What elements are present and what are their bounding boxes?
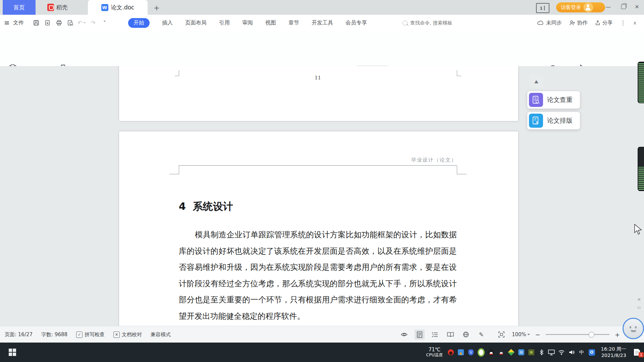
minimize-button[interactable]: — bbox=[602, 0, 614, 13]
eject-icon: ▲ bbox=[534, 79, 538, 84]
zoom-slider-knob[interactable] bbox=[589, 332, 594, 338]
tray-green-ring-icon[interactable] bbox=[478, 349, 485, 356]
share-icon bbox=[595, 20, 600, 25]
window-list-button[interactable]: 1 bbox=[536, 3, 549, 13]
menu-member[interactable]: 会员专享 bbox=[345, 19, 367, 26]
tab-document[interactable]: W 论文.doc bbox=[88, 0, 148, 15]
page-current[interactable]: 毕业设计（论文） 4 系统设计 模具制造企业订单跟踪管理系统的设计方案比如功能框… bbox=[119, 131, 518, 326]
save-icon[interactable] bbox=[33, 19, 40, 26]
page-view-button[interactable] bbox=[415, 329, 425, 340]
header-rule bbox=[179, 165, 457, 166]
export-icon[interactable] bbox=[44, 19, 51, 26]
status-bar: 页面: 16/27 字数: 9688 ✓拼写检查 ✕文档校对 兼容模式 ✎ 10… bbox=[0, 326, 644, 343]
zoom-in-button[interactable]: + bbox=[615, 331, 620, 338]
cpu-temp-label: CPU温度 bbox=[426, 352, 443, 358]
tab-docer-label: 稻壳 bbox=[56, 4, 68, 11]
paragraph-line: 部分也是至关重要的一个环节，只有根据用户需求进行细致全面的考虑，才有希 bbox=[179, 292, 457, 308]
share-button[interactable]: 分享 bbox=[595, 19, 613, 26]
menu-insert[interactable]: 插入 bbox=[162, 19, 173, 26]
cpu-temp-value: 71℃ bbox=[428, 347, 440, 352]
tim-icon[interactable] bbox=[498, 349, 505, 356]
redo-button[interactable]: ↷ bbox=[90, 19, 97, 26]
tray-shield-icon[interactable]: V bbox=[468, 349, 475, 356]
undo-icon: ↶ bbox=[77, 19, 82, 26]
qat-more-button[interactable]: ˅ bbox=[101, 19, 108, 26]
print-preview-icon[interactable] bbox=[67, 19, 74, 26]
menu-view[interactable]: 视图 bbox=[265, 19, 276, 26]
edge-page-button[interactable]: ▭ bbox=[636, 304, 642, 310]
paper-layout-button[interactable]: A 论文排版 bbox=[527, 112, 580, 129]
notification-badge: 1 bbox=[639, 352, 644, 357]
zoom-slider[interactable] bbox=[546, 334, 609, 335]
sync-status[interactable]: 未同步 bbox=[537, 19, 562, 26]
panel-collapse-button[interactable]: ▲ bbox=[529, 75, 543, 88]
menu-review[interactable]: 审阅 bbox=[242, 19, 253, 26]
page-previous[interactable]: 11 bbox=[119, 66, 518, 121]
fit-page-button[interactable] bbox=[496, 329, 506, 340]
start-button[interactable] bbox=[0, 343, 25, 362]
paper-check-button[interactable]: 论文查重 bbox=[527, 91, 580, 109]
tab-docer[interactable]: 稻壳 bbox=[36, 0, 79, 15]
menu-home[interactable]: 开始 bbox=[128, 18, 150, 28]
new-tab-button[interactable]: + bbox=[152, 3, 162, 13]
spell-check-toggle[interactable]: ✓拼写检查 bbox=[76, 331, 105, 338]
word-count[interactable]: 字数: 9688 bbox=[41, 331, 67, 338]
menu-dev-tools[interactable]: 开发工具 bbox=[312, 19, 333, 26]
zoom-out-button[interactable]: − bbox=[535, 331, 540, 338]
web-view-button[interactable] bbox=[461, 329, 471, 340]
tray-olive-icon[interactable] bbox=[528, 349, 535, 356]
page-indicator[interactable]: 页面: 16/27 bbox=[5, 331, 33, 338]
tray-red-icon[interactable] bbox=[447, 349, 454, 356]
display-icon[interactable] bbox=[548, 349, 555, 356]
undo-button[interactable]: ↶ bbox=[78, 19, 86, 26]
restore-button[interactable] bbox=[618, 0, 629, 13]
tab-home[interactable]: 首页 bbox=[3, 0, 36, 15]
tray-o-icon[interactable]: O bbox=[588, 349, 595, 356]
read-mode-button[interactable] bbox=[445, 329, 455, 340]
margin-mark bbox=[457, 70, 461, 76]
tray-flame-icon[interactable] bbox=[458, 349, 465, 356]
kebab-menu[interactable]: ⋮ bbox=[620, 19, 626, 26]
file-menu[interactable]: 文件 bbox=[13, 19, 24, 26]
print-icon[interactable] bbox=[55, 19, 63, 26]
cross-icon: ✕ bbox=[113, 331, 120, 338]
proofread-label: 文档校对 bbox=[122, 331, 142, 338]
zoom-level-button[interactable]: 100% bbox=[512, 331, 530, 338]
collapse-ribbon-button[interactable]: ∧ bbox=[633, 20, 637, 25]
search-input[interactable] bbox=[410, 20, 465, 26]
menu-page-layout[interactable]: 页面布局 bbox=[185, 19, 207, 26]
fit-page-icon bbox=[498, 331, 504, 338]
bluetooth-icon[interactable] bbox=[538, 349, 545, 356]
menubar: ≡ 文件 ↶ ↷ ˅ 开始 插入 页面布局 引用 审阅 视图 章节 开发工具 会… bbox=[0, 15, 644, 31]
edge-outline-button[interactable]: ≡ bbox=[636, 296, 642, 302]
zoom-value: 100% bbox=[512, 331, 526, 338]
clock-date: 2021/8/23 bbox=[601, 352, 626, 359]
wifi-icon[interactable] bbox=[558, 349, 565, 356]
proofread-toggle[interactable]: ✕文档校对 bbox=[113, 331, 142, 338]
menu-section[interactable]: 章节 bbox=[288, 19, 299, 26]
cpu-temp-widget[interactable]: 71℃ CPU温度 bbox=[426, 347, 443, 358]
eye-protect-button[interactable] bbox=[399, 329, 409, 340]
ink-button[interactable]: ✎ bbox=[476, 329, 486, 340]
ime-indicator[interactable]: 中 bbox=[578, 349, 585, 356]
assistant-mouth bbox=[631, 330, 636, 332]
tray-grid-icon[interactable]: ⊞ bbox=[518, 349, 525, 356]
menu-references[interactable]: 引用 bbox=[219, 19, 230, 26]
volume-icon[interactable] bbox=[568, 349, 575, 356]
caret-icon bbox=[527, 334, 530, 335]
assistant-bubble[interactable] bbox=[623, 318, 644, 339]
book-icon bbox=[447, 332, 454, 337]
qq-icon[interactable] bbox=[488, 349, 495, 356]
tray-diamond-icon[interactable] bbox=[508, 349, 515, 356]
search-icon bbox=[402, 20, 408, 25]
paper-layout-label: 论文排版 bbox=[547, 116, 573, 125]
login-label: 访客登录 bbox=[561, 4, 581, 11]
login-badge[interactable]: 访客登录 bbox=[556, 2, 605, 12]
outline-view-button[interactable] bbox=[430, 329, 440, 340]
collab-button[interactable]: 协作 bbox=[569, 19, 588, 26]
command-search[interactable] bbox=[402, 18, 470, 27]
notification-center-button[interactable]: 1 bbox=[633, 349, 641, 356]
hamburger-icon[interactable]: ≡ bbox=[4, 19, 10, 27]
close-button[interactable]: ✕ bbox=[631, 0, 643, 13]
taskbar-clock[interactable]: 16:20 周一 2021/8/23 bbox=[601, 346, 626, 359]
